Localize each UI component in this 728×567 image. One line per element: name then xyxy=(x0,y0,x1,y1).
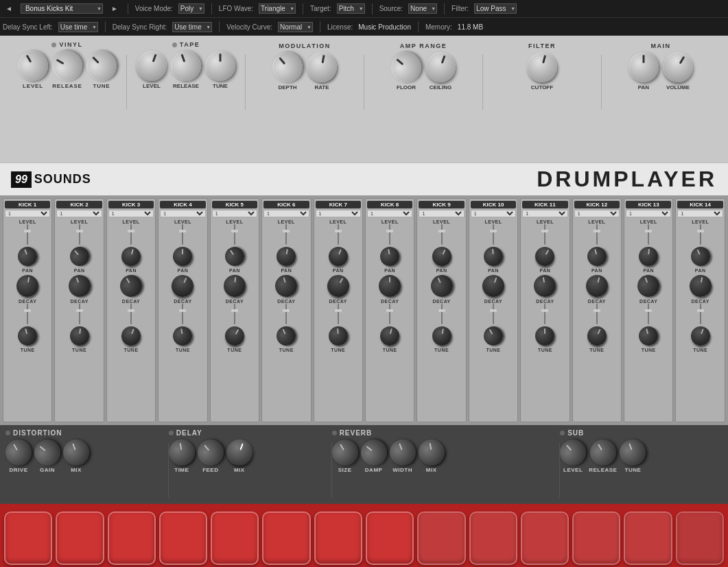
ch-decay-knob-7[interactable] xyxy=(328,326,349,346)
ch-decay-fader-14[interactable] xyxy=(700,304,701,324)
ch-level-knob-12[interactable] xyxy=(585,245,609,268)
delay-sync-right-select[interactable]: Use time xyxy=(172,22,212,32)
ch-fader-9[interactable] xyxy=(441,224,443,245)
main-volume-knob[interactable] xyxy=(657,47,698,88)
ch-decay-fader-4[interactable] xyxy=(182,304,183,324)
ch-decay-fader-8[interactable] xyxy=(389,304,390,324)
ch-level-knob-5[interactable] xyxy=(221,243,248,270)
ch-fader-4[interactable] xyxy=(182,224,183,245)
pad-button-13[interactable] xyxy=(624,511,672,565)
pad-button-5[interactable] xyxy=(211,511,259,565)
vinyl-tune-knob[interactable] xyxy=(80,45,123,87)
channel-select-7[interactable]: 1 xyxy=(316,210,361,217)
tape-release-knob[interactable] xyxy=(167,47,205,85)
ch-level-knob-9[interactable] xyxy=(429,243,454,269)
ch-pan-knob-12[interactable] xyxy=(583,272,610,299)
source-select-input[interactable]: None xyxy=(408,3,437,14)
ch-level-knob-4[interactable] xyxy=(173,247,192,266)
pad-button-1[interactable] xyxy=(4,511,52,565)
ch-level-knob-2[interactable] xyxy=(66,243,93,269)
target-select[interactable]: Pitch xyxy=(337,3,365,14)
ch-fader-13[interactable] xyxy=(648,224,649,245)
lfo-wave-select-input[interactable]: Triangle xyxy=(259,3,296,14)
ch-pan-knob-4[interactable] xyxy=(168,272,198,301)
ch-decay-knob-10[interactable] xyxy=(480,323,506,349)
ch-fader-5[interactable] xyxy=(234,224,235,245)
ch-fader-2[interactable] xyxy=(79,224,80,245)
pad-button-10[interactable] xyxy=(469,511,517,565)
ch-pan-knob-6[interactable] xyxy=(273,272,300,299)
tape-level-knob[interactable] xyxy=(132,47,171,85)
channel-select-1[interactable]: 1 xyxy=(5,210,50,217)
ch-pan-knob-10[interactable] xyxy=(479,272,507,300)
distortion-drive-knob[interactable] xyxy=(1,435,36,470)
ch-decay-fader-2[interactable] xyxy=(79,304,80,324)
distortion-gain-knob[interactable] xyxy=(29,434,66,471)
delay-sync-right-input[interactable]: Use time xyxy=(172,22,212,32)
ch-pan-knob-1[interactable] xyxy=(15,273,40,298)
channel-select-9[interactable]: 1 xyxy=(419,210,464,217)
modulation-rate-knob[interactable] xyxy=(305,50,340,85)
ch-pan-knob-13[interactable] xyxy=(635,272,663,300)
ch-pan-knob-8[interactable] xyxy=(379,275,401,297)
reverb-damp-knob[interactable] xyxy=(355,434,392,471)
ch-decay-fader-5[interactable] xyxy=(234,304,235,324)
velocity-curve-select[interactable]: Normal xyxy=(278,22,313,32)
reverb-mix-knob[interactable] xyxy=(416,437,447,468)
pad-button-9[interactable] xyxy=(417,511,465,565)
ch-pan-knob-14[interactable] xyxy=(688,273,713,298)
ch-decay-knob-12[interactable] xyxy=(584,323,609,348)
reverb-width-knob[interactable] xyxy=(386,436,419,470)
ch-fader-6[interactable] xyxy=(285,224,287,245)
ch-fader-14[interactable] xyxy=(700,224,701,245)
ch-fader-11[interactable] xyxy=(544,224,545,245)
ch-pan-knob-3[interactable] xyxy=(116,271,146,301)
filter-select[interactable]: Low Pass xyxy=(474,3,517,14)
ch-decay-knob-11[interactable] xyxy=(535,326,554,346)
ch-level-knob-14[interactable] xyxy=(688,243,713,269)
channel-select-4[interactable]: 1 xyxy=(160,210,205,217)
prev-preset-button[interactable]: ◄ xyxy=(3,3,15,14)
ch-decay-fader-6[interactable] xyxy=(285,304,287,324)
ch-decay-fader-13[interactable] xyxy=(648,304,649,324)
ch-decay-fader-7[interactable] xyxy=(338,304,339,324)
amp-ceiling-knob[interactable] xyxy=(421,48,460,86)
modulation-depth-knob[interactable] xyxy=(266,46,309,88)
ch-fader-3[interactable] xyxy=(130,224,132,245)
ch-decay-knob-9[interactable] xyxy=(430,325,452,347)
ch-decay-knob-5[interactable] xyxy=(222,323,248,349)
voice-mode-select-input[interactable]: Poly xyxy=(178,3,204,14)
ch-decay-fader-9[interactable] xyxy=(441,304,443,324)
ch-level-knob-7[interactable] xyxy=(326,244,351,269)
vinyl-level-knob[interactable] xyxy=(12,45,54,86)
channel-select-3[interactable]: 1 xyxy=(108,210,154,217)
filter-select-input[interactable]: Low Pass xyxy=(474,3,517,14)
ch-decay-fader-3[interactable] xyxy=(130,304,132,324)
pad-button-11[interactable] xyxy=(521,511,569,565)
lfo-wave-select[interactable]: Triangle xyxy=(259,3,296,14)
ch-level-knob-6[interactable] xyxy=(275,245,297,267)
ch-pan-knob-2[interactable] xyxy=(65,272,93,300)
ch-fader-8[interactable] xyxy=(389,224,390,245)
tape-tune-knob[interactable] xyxy=(205,51,235,81)
channel-select-8[interactable]: 1 xyxy=(367,210,412,217)
delay-mix-knob[interactable] xyxy=(222,436,256,470)
ch-pan-knob-9[interactable] xyxy=(427,272,456,301)
ch-level-knob-3[interactable] xyxy=(119,245,143,268)
source-select[interactable]: None xyxy=(408,3,437,14)
ch-level-knob-11[interactable] xyxy=(532,243,558,269)
pad-button-4[interactable] xyxy=(159,511,207,565)
ch-fader-1[interactable] xyxy=(27,224,28,245)
ch-decay-knob-14[interactable] xyxy=(688,324,713,348)
ch-level-knob-1[interactable] xyxy=(15,244,40,269)
ch-fader-7[interactable] xyxy=(338,224,339,245)
main-pan-knob[interactable] xyxy=(629,52,659,82)
pad-button-12[interactable] xyxy=(572,511,620,565)
ch-decay-knob-2[interactable] xyxy=(69,326,89,346)
sub-tune-knob[interactable] xyxy=(616,436,650,470)
ch-decay-knob-3[interactable] xyxy=(119,324,143,348)
delay-sync-left-input[interactable]: Use time xyxy=(58,22,98,32)
channel-select-6[interactable]: 1 xyxy=(263,210,309,217)
ch-decay-fader-10[interactable] xyxy=(493,304,494,324)
pad-button-2[interactable] xyxy=(56,511,104,565)
